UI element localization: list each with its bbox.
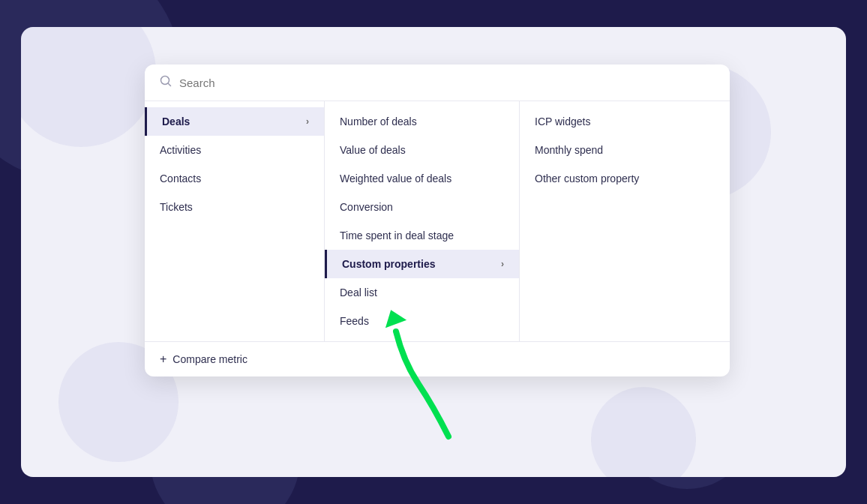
svg-line-1 [169, 84, 171, 86]
mid-item-label: Weighted value of deals [340, 172, 452, 184]
mid-item-number-of-deals[interactable]: Number of deals [325, 107, 519, 136]
mid-item-custom-properties[interactable]: Custom properties › [325, 250, 519, 278]
mid-item-label: Conversion [340, 201, 393, 213]
right-item-label: ICP widgets [535, 116, 590, 128]
mid-item-label: Value of deals [340, 144, 406, 156]
left-column: Deals › Activities Contacts Tickets [145, 101, 325, 341]
mid-item-value-of-deals[interactable]: Value of deals [325, 136, 519, 164]
dropdown-menu: Deals › Activities Contacts Tickets Numb… [145, 64, 730, 376]
mid-item-label: Feeds [340, 315, 369, 327]
mid-item-label: Custom properties [342, 258, 435, 270]
sidebar-item-label: Deals [162, 116, 190, 128]
sidebar-item-tickets[interactable]: Tickets [145, 193, 324, 221]
mid-item-label: Number of deals [340, 116, 417, 128]
mid-item-feeds[interactable]: Feeds [325, 307, 519, 335]
chevron-right-icon: › [306, 116, 309, 127]
mid-item-label: Deal list [340, 286, 377, 298]
mid-item-time-spent[interactable]: Time spent in deal stage [325, 221, 519, 250]
compare-metric-bar[interactable]: + Compare metric [145, 341, 730, 376]
plus-icon: + [160, 352, 166, 366]
mid-column: Number of deals Value of deals Weighted … [325, 101, 520, 341]
mid-item-deal-list[interactable]: Deal list [325, 278, 519, 307]
menu-area: Deals › Activities Contacts Tickets Numb… [145, 101, 730, 341]
right-item-label: Other custom property [535, 172, 639, 184]
sidebar-item-label: Contacts [160, 172, 201, 184]
sidebar-item-activities[interactable]: Activities [145, 136, 324, 164]
sidebar-item-label: Activities [160, 144, 201, 156]
right-item-other-custom[interactable]: Other custom property [520, 164, 730, 193]
chevron-right-icon: › [501, 259, 504, 269]
right-item-label: Monthly spend [535, 144, 603, 156]
search-bar [145, 64, 730, 101]
main-card: Deals › Activities Contacts Tickets Numb… [21, 27, 846, 477]
svg-point-0 [161, 76, 170, 85]
mid-item-conversion[interactable]: Conversion [325, 193, 519, 221]
right-column: ICP widgets Monthly spend Other custom p… [520, 101, 730, 341]
mid-item-weighted-value[interactable]: Weighted value of deals [325, 164, 519, 193]
sidebar-item-label: Tickets [160, 201, 193, 213]
search-input[interactable] [179, 76, 715, 89]
mid-item-label: Time spent in deal stage [340, 230, 454, 242]
sidebar-item-deals[interactable]: Deals › [145, 107, 324, 136]
right-item-icp-widgets[interactable]: ICP widgets [520, 107, 730, 136]
sidebar-item-contacts[interactable]: Contacts [145, 164, 324, 193]
compare-metric-label: Compare metric [172, 353, 248, 365]
search-icon [160, 75, 172, 90]
right-item-monthly-spend[interactable]: Monthly spend [520, 136, 730, 164]
